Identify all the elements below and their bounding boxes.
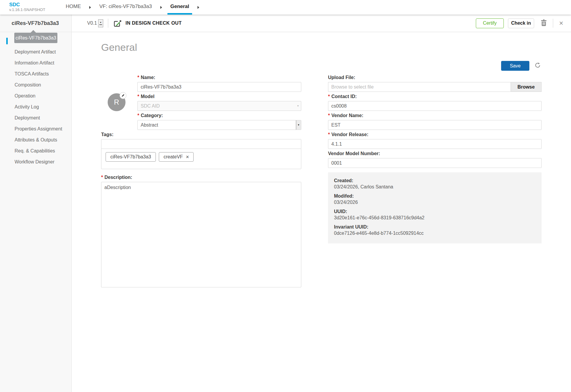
sidebar-item-operation[interactable]: Operation xyxy=(0,90,71,101)
refresh-icon xyxy=(535,62,541,70)
sidebar-item-label: Deployment xyxy=(15,115,40,121)
tag-chips: ciRes-VF7b7ba3a3 createVF × xyxy=(101,149,301,165)
required-marker: * xyxy=(137,75,139,80)
page-title: General xyxy=(101,42,542,53)
vendor-release-input[interactable] xyxy=(328,139,542,149)
tag-chip: ciRes-VF7b7ba3a3 xyxy=(106,152,156,162)
toolbar-divider xyxy=(553,19,553,28)
sidebar-item-label: Attributes & Outputs xyxy=(15,137,57,143)
version-dropdown[interactable]: ▼ xyxy=(98,19,103,27)
chevron-down-icon: ▼ xyxy=(297,124,300,126)
revert-button[interactable] xyxy=(534,62,542,70)
model-select[interactable]: SDC AID ▼ xyxy=(137,101,301,111)
identity-fields: * Name: * Model xyxy=(137,75,301,132)
invariant-uuid-row: Invariant UUID: 0dce7126-e465-4e8d-b774-… xyxy=(334,224,536,236)
form-right-column: Upload File: Browse * Contact ID: xyxy=(328,75,542,289)
tags-input[interactable] xyxy=(101,139,301,149)
checkout-edit-icon xyxy=(113,19,122,27)
sdc-logo[interactable]: SDC v.1.16.1-SNAPSHOT xyxy=(0,0,63,15)
vendor-release-field-block: * Vendor Release: xyxy=(328,132,542,149)
sidebar-item-workflow-designer[interactable]: Workflow Designer xyxy=(0,156,71,167)
breadcrumb-home[interactable]: HOME xyxy=(63,0,84,15)
vendor-model-number-input[interactable] xyxy=(328,158,542,168)
breadcrumb-vf-label: VF: ciRes-VF7b7ba3a3 xyxy=(99,4,152,10)
form-left-column: R xyxy=(101,75,301,289)
save-row: Save xyxy=(101,61,542,71)
breadcrumb-general-label: General xyxy=(170,4,189,10)
check-in-button[interactable]: Check in xyxy=(508,18,534,28)
component-name-tooltip-text: ciRes-VF7b7ba3a3 xyxy=(15,35,56,41)
sidebar-item-composition[interactable]: Composition xyxy=(0,79,71,90)
general-form: R xyxy=(101,75,542,289)
sidebar-item-deployment[interactable]: Deployment xyxy=(0,112,71,123)
tags-box: ciRes-VF7b7ba3a3 createVF × xyxy=(101,139,301,169)
sidebar-item-attributes-outputs[interactable]: Attributes & Outputs xyxy=(0,134,71,145)
sidebar-item-properties-assignment[interactable]: Properties Assignment xyxy=(0,123,71,134)
breadcrumb-general-tab[interactable]: General xyxy=(167,0,192,15)
vendor-model-number-field-block: Vendor Model Number: xyxy=(328,151,542,168)
breadcrumb: HOME VF: ciRes-VF7b7ba3a3 General xyxy=(63,0,205,15)
trash-icon xyxy=(541,19,547,27)
invariant-uuid-value: 0dce7126-e465-4e8d-b774-1cc5092914cc xyxy=(334,230,536,236)
description-label: * Description: xyxy=(101,174,301,180)
description-textarea[interactable]: aDescription xyxy=(101,182,301,287)
lifecycle-status-label: IN DESIGN CHECK OUT xyxy=(126,21,182,26)
select-arrow-strip: ▼ xyxy=(296,120,301,130)
avatar: R xyxy=(108,93,126,111)
browse-button[interactable]: Browse xyxy=(511,82,542,92)
breadcrumb-vf[interactable]: VF: ciRes-VF7b7ba3a3 xyxy=(96,0,155,15)
chevron-down-icon: ▼ xyxy=(100,21,102,24)
breadcrumb-home-label: HOME xyxy=(66,4,81,10)
remove-tag-icon[interactable]: × xyxy=(186,155,189,159)
sidebar-item-req-capabilities[interactable]: Req. & Capabilities xyxy=(0,145,71,156)
logo-version: v.1.16.1-SNAPSHOT xyxy=(9,7,63,12)
sidebar-item-label: Properties Assignment xyxy=(15,126,62,132)
name-input[interactable] xyxy=(137,82,301,92)
created-row: Created: 03/24/2026, Carlos Santana xyxy=(334,177,536,190)
save-button[interactable]: Save xyxy=(501,61,529,71)
sidebar-item-tosca-artifacts[interactable]: TOSCA Artifacts xyxy=(0,68,71,79)
close-icon: × xyxy=(559,20,563,26)
component-toolbar: V0.1 ▼ IN DESIGN CHECK OUT Certify xyxy=(72,15,571,32)
chevron-down-icon: ▼ xyxy=(297,105,299,107)
contact-id-label: * Contact ID: xyxy=(328,94,542,100)
sidebar-item-label: Composition xyxy=(15,82,41,88)
sidebar-item-activity-log[interactable]: Activity Log xyxy=(0,101,71,112)
name-label: * Name: xyxy=(137,75,301,81)
close-button[interactable]: × xyxy=(558,19,564,27)
delete-button[interactable] xyxy=(539,18,548,28)
logo-title: SDC xyxy=(9,2,63,7)
required-marker: * xyxy=(101,175,103,180)
required-marker: * xyxy=(328,113,330,118)
upload-group: Browse xyxy=(328,82,542,92)
sidebar-item-label: Activity Log xyxy=(15,104,39,110)
avatar-column: R xyxy=(101,75,137,132)
contact-id-input[interactable] xyxy=(328,101,542,111)
category-select[interactable]: Abstract ▼ xyxy=(137,120,301,130)
sidebar-menu: General Deployment Artifact Information … xyxy=(0,32,71,167)
required-marker: * xyxy=(328,94,330,99)
upload-file-input[interactable] xyxy=(328,82,511,92)
certify-button[interactable]: Certify xyxy=(476,18,504,28)
breadcrumb-arrow-icon xyxy=(197,6,199,9)
description-field-block: * Description: aDescription xyxy=(101,174,301,289)
sidebar-item-label: Operation xyxy=(15,93,35,99)
model-field-block: * Model SDC AID ▼ xyxy=(137,94,301,111)
sidebar-item-information-artifact[interactable]: Information Artifact xyxy=(0,57,71,68)
uuid-row: UUID: 3d20e161-e76c-456d-8319-638716c9d4… xyxy=(334,208,536,221)
vendor-name-input[interactable] xyxy=(328,120,542,130)
contact-id-field-block: * Contact ID: xyxy=(328,94,542,111)
uuid-label: UUID: xyxy=(334,208,536,215)
modified-label: Modifed: xyxy=(334,193,536,199)
vendor-name-field-block: * Vendor Name: xyxy=(328,113,542,130)
component-name-tooltip: ciRes-VF7b7ba3a3 xyxy=(14,33,57,43)
category-label: * Category: xyxy=(137,113,301,119)
edit-avatar-button[interactable] xyxy=(120,92,126,99)
sidebar-item-deployment-artifact[interactable]: Deployment Artifact xyxy=(0,46,71,57)
modified-value: 03/24/2026 xyxy=(334,199,536,205)
created-value: 03/24/2026, Carlos Santana xyxy=(334,184,536,190)
required-marker: * xyxy=(137,113,139,118)
toolbar-divider xyxy=(108,19,108,28)
pencil-icon xyxy=(121,93,125,98)
vendor-name-label: * Vendor Name: xyxy=(328,113,542,119)
